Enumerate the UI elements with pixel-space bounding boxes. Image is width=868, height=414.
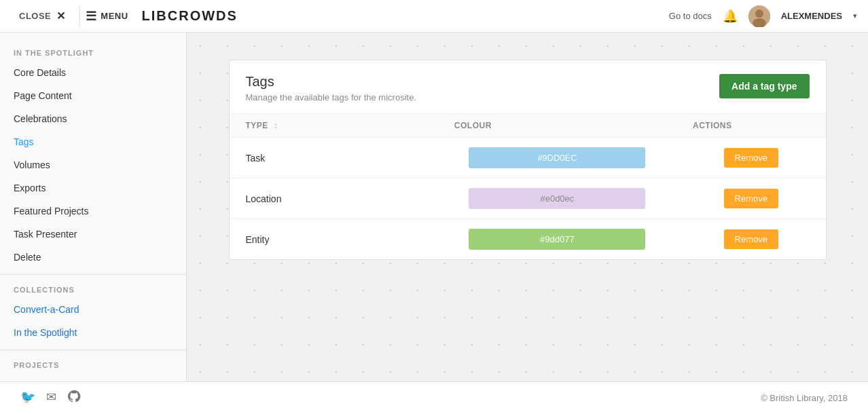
table-row: Location #e0d0ec Remove (230, 178, 826, 219)
menu-button[interactable]: ☰ MENU (86, 9, 128, 24)
table-row: Task #9DD0EC Remove (230, 138, 826, 178)
col-type: TYPE ↕ (230, 114, 438, 138)
tags-panel: Tags Manage the available tags for the m… (229, 60, 827, 260)
content-area: Tags Manage the available tags for the m… (187, 33, 868, 381)
sidebar-section-spotlight: IN THE SPOTLIGHT (0, 43, 186, 61)
row-actions-location: Remove (676, 178, 826, 219)
color-badge-location: #e0d0ec (469, 188, 645, 209)
sidebar-item-core-details[interactable]: Core Details (0, 61, 186, 84)
sidebar-section-collections: COLLECTIONS (0, 280, 186, 298)
tags-header: Tags Manage the available tags for the m… (230, 60, 826, 113)
username-label: ALEXMENDES (781, 11, 842, 21)
sidebar-item-exports[interactable]: Exports (0, 176, 186, 200)
tags-header-text: Tags Manage the available tags for the m… (246, 74, 416, 102)
user-menu-caret[interactable]: ▾ (853, 12, 857, 20)
main-layout: IN THE SPOTLIGHT Core Details Page Conte… (0, 33, 868, 381)
hamburger-icon: ☰ (86, 9, 97, 24)
sidebar-divider-1 (0, 274, 186, 275)
sidebar-item-volumes[interactable]: Volumes (0, 153, 186, 176)
row-colour-location: #e0d0ec (438, 178, 676, 219)
nav-right: Go to docs 🔔 ALEXMENDES ▾ (669, 5, 857, 27)
menu-label: MENU (101, 11, 128, 21)
row-actions-entity: Remove (676, 219, 826, 260)
footer-icons: 🐦 ✉ (20, 390, 81, 407)
row-type-task: Task (230, 138, 438, 178)
color-badge-entity: #9dd077 (469, 229, 645, 250)
sidebar-item-task-presenter[interactable]: Task Presenter (0, 223, 186, 246)
col-actions: ACTIONS (676, 114, 826, 138)
tags-table: TYPE ↕ COLOUR ACTIONS Task #9DD0EC (230, 113, 826, 259)
add-tag-type-button[interactable]: Add a tag type (719, 74, 809, 98)
remove-location-button[interactable]: Remove (724, 189, 778, 208)
remove-task-button[interactable]: Remove (724, 148, 778, 168)
brand-logo: LIBCROWDS (142, 8, 238, 24)
row-type-entity: Entity (230, 219, 438, 260)
svg-point-1 (755, 10, 763, 18)
close-button[interactable]: CLOSE ✕ (11, 5, 74, 26)
sidebar-section-projects: PROJECTS (0, 356, 186, 373)
close-label: CLOSE (19, 11, 51, 21)
row-actions-task: Remove (676, 138, 826, 178)
sidebar-item-in-the-spotlight[interactable]: In the Spotlight (0, 321, 186, 344)
sidebar-item-featured-projects[interactable]: Featured Projects (0, 200, 186, 223)
sidebar-divider-2 (0, 350, 186, 350)
email-icon[interactable]: ✉ (46, 390, 56, 407)
sidebar-item-delete[interactable]: Delete (0, 246, 186, 269)
nav-divider (79, 6, 80, 26)
row-colour-entity: #9dd077 (438, 219, 676, 260)
sidebar: IN THE SPOTLIGHT Core Details Page Conte… (0, 33, 187, 381)
col-colour: COLOUR (438, 114, 676, 138)
sidebar-item-celebrations[interactable]: Celebrations (0, 107, 186, 130)
tags-subtitle: Manage the available tags for the micros… (246, 92, 416, 102)
twitter-icon[interactable]: 🐦 (20, 390, 35, 407)
go-to-docs-link[interactable]: Go to docs (669, 11, 712, 21)
sidebar-item-page-content[interactable]: Page Content (0, 84, 186, 107)
tags-title: Tags (246, 74, 416, 90)
table-row: Entity #9dd077 Remove (230, 219, 826, 260)
top-nav: CLOSE ✕ ☰ MENU LIBCROWDS Go to docs 🔔 AL… (0, 0, 868, 33)
sort-icon[interactable]: ↕ (274, 121, 278, 130)
sidebar-item-convert-a-card[interactable]: Convert-a-Card (0, 298, 186, 321)
sidebar-item-tags[interactable]: Tags (0, 130, 186, 153)
github-icon[interactable] (67, 390, 81, 407)
remove-entity-button[interactable]: Remove (724, 229, 778, 249)
row-type-location: Location (230, 178, 438, 219)
bell-icon[interactable]: 🔔 (723, 9, 738, 24)
footer: 🐦 ✉ © British Library, 2018 (0, 381, 868, 414)
copyright: © British Library, 2018 (761, 393, 848, 403)
close-icon: ✕ (56, 10, 66, 22)
row-colour-task: #9DD0EC (438, 138, 676, 178)
avatar (748, 5, 770, 27)
color-badge-task: #9DD0EC (469, 147, 645, 168)
